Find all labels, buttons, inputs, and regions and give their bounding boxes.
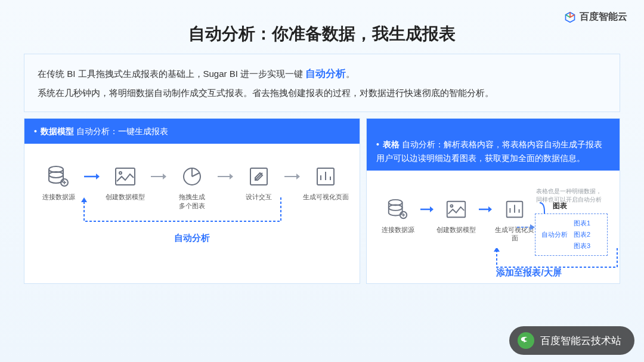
right-loop-label: 添加至报表/大屏 [449,267,609,279]
wechat-icon [518,332,534,349]
left-loop-label: 自动分析 [35,233,349,244]
arrow-icon [284,164,300,189]
image-chart-icon [444,197,469,222]
step-generate-page: 生成可视化页面 [302,164,349,201]
brand-name: 百度智能云 [580,11,627,23]
arrow-icon [218,164,233,189]
intro-highlight: 自动分析 [305,68,346,79]
left-flow: 连接数据源 创建数据模型 [35,164,349,210]
intro-box: 在传统 BI 工具拖拽式生成报表的基础上，Sugar BI 进一步实现一键 自动… [24,54,620,112]
dashboard-icon [502,197,527,222]
pie-chart-icon [179,164,205,189]
arrow-icon [478,197,493,222]
brand-logo: 百度智能云 [564,11,627,23]
right-body: 连接数据源 创建数据模型 [367,171,620,283]
left-header: •数据模型 自动分析：一键生成报表 [24,119,360,144]
dashed-arrow-icon [517,223,535,231]
step-connect-datasource: 连接数据源 [35,164,82,201]
right-header: •表格 自动分析：解析表格内容，将表格内容自动生成子报表 用户可以边读明细边看图… [367,119,620,171]
step-connect-datasource: 连接数据源 [377,197,418,234]
left-column: •数据模型 自动分析：一键生成报表 连接数据源 [24,118,360,284]
arrow-icon [419,197,435,222]
page-title: 自动分析：你准备数据，我生成报表 [0,0,644,54]
step-design-interaction: 设计交互 [236,164,282,201]
svg-point-17 [451,205,453,208]
watermark-text: 百度智能云技术站 [540,334,621,348]
dashed-box: 自动分析 图表1 图表2 图表3 [535,214,608,256]
cube-icon [564,11,576,23]
arrow-icon [151,164,166,189]
step-create-model: 创建数据模型 [102,164,148,201]
step-drag-charts: 拖拽生成 多个图表 [169,164,215,210]
database-icon [46,164,71,189]
database-icon [385,197,410,222]
image-chart-icon [113,164,138,189]
right-column: •表格 自动分析：解析表格内容，将表格内容自动生成子报表 用户可以边读明细边看图… [366,118,620,284]
svg-point-5 [119,172,122,174]
arrow-icon [84,164,100,189]
step-generate-page: 生成可视化页面 [494,197,535,243]
step-create-model: 创建数据模型 [436,197,476,234]
watermark-bubble: 百度智能云技术站 [509,326,634,355]
left-body: 连接数据源 创建数据模型 [24,144,360,283]
edit-icon [246,164,271,189]
side-note: 表格也是一种明细数据， 同样也可以开启自动分析 [536,187,608,204]
dashboard-icon [313,164,338,189]
intro-line1: 在传统 BI 工具拖拽式生成报表的基础上，Sugar BI 进一步实现一键 自动… [38,64,606,84]
intro-line2: 系统在几秒钟内，将明细数据自动制作成交互式报表。省去拖拽创建报表的过程，对数据进… [38,84,606,102]
